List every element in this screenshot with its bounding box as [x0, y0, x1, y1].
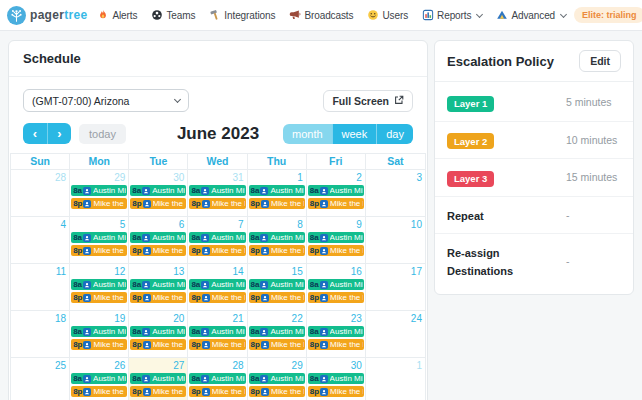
day-cell[interactable]: 25 — [11, 357, 70, 400]
next-month-button[interactable]: › — [47, 123, 71, 144]
day-cell[interactable]: 308aAustin Mil8pMike the M — [129, 169, 188, 216]
day-cell[interactable]: 268aAustin Mil8pMike the M — [70, 357, 129, 400]
schedule-event[interactable]: 8pMike the M — [130, 198, 186, 209]
schedule-event[interactable]: 8aAustin Mil — [71, 373, 127, 384]
today-button[interactable]: today — [79, 124, 126, 144]
day-cell[interactable]: 4 — [11, 216, 70, 263]
schedule-event[interactable]: 8aAustin Mil — [249, 326, 305, 337]
day-cell[interactable]: 98aAustin Mil8pMike the M — [307, 216, 366, 263]
day-cell[interactable]: 168aAustin Mil8pMike the M — [307, 263, 366, 310]
day-cell[interactable]: 158aAustin Mil8pMike the M — [248, 263, 307, 310]
schedule-event[interactable]: 8aAustin Mil — [249, 185, 305, 196]
schedule-event[interactable]: 8aAustin Mil — [308, 326, 364, 337]
day-cell[interactable]: 148aAustin Mil8pMike the M — [188, 263, 247, 310]
day-cell[interactable]: 228aAustin Mil8pMike the M — [248, 310, 307, 357]
day-cell[interactable]: 1 — [366, 357, 425, 400]
schedule-event[interactable]: 8pMike the M — [71, 245, 127, 256]
schedule-event[interactable]: 8pMike the M — [308, 245, 364, 256]
day-cell[interactable]: 88aAustin Mil8pMike the M — [248, 216, 307, 263]
day-cell[interactable]: 18 — [11, 310, 70, 357]
schedule-event[interactable]: 8aAustin Mil — [249, 232, 305, 243]
schedule-event[interactable]: 8pMike the M — [189, 292, 245, 303]
schedule-event[interactable]: 8pMike the M — [130, 292, 186, 303]
schedule-event[interactable]: 8pMike the M — [130, 339, 186, 350]
schedule-event[interactable]: 8pMike the M — [308, 339, 364, 350]
day-cell[interactable]: 68aAustin Mil8pMike the M — [129, 216, 188, 263]
schedule-event[interactable]: 8aAustin Mil — [308, 232, 364, 243]
schedule-event[interactable]: 8pMike the M — [249, 292, 305, 303]
day-cell[interactable]: 24 — [366, 310, 425, 357]
schedule-event[interactable]: 8pMike the M — [71, 386, 127, 397]
day-cell[interactable]: 28aAustin Mil8pMike the M — [307, 169, 366, 216]
nav-item-broadcasts[interactable]: Broadcasts — [289, 9, 353, 21]
schedule-event[interactable]: 8aAustin Mil — [189, 326, 245, 337]
timezone-select[interactable]: (GMT-07:00) Arizona — [23, 89, 189, 112]
schedule-event[interactable]: 8aAustin Mil — [308, 279, 364, 290]
day-cell[interactable]: 298aAustin Mil8pMike the M — [70, 169, 129, 216]
schedule-event[interactable]: 8pMike the M — [71, 292, 127, 303]
nav-item-reports[interactable]: Reports — [422, 9, 482, 21]
day-cell[interactable]: 198aAustin Mil8pMike the M — [70, 310, 129, 357]
nav-item-alerts[interactable]: Alerts — [97, 9, 137, 21]
nav-item-teams[interactable]: Teams — [151, 9, 195, 21]
schedule-event[interactable]: 8aAustin Mil — [130, 326, 186, 337]
schedule-event[interactable]: 8aAustin Mil — [130, 232, 186, 243]
nav-item-users[interactable]: Users — [367, 9, 408, 21]
full-screen-button[interactable]: Full Screen — [323, 90, 413, 112]
day-cell[interactable]: 138aAustin Mil8pMike the M — [129, 263, 188, 310]
day-cell[interactable]: 18aAustin Mil8pMike the M — [248, 169, 307, 216]
schedule-event[interactable]: 8pMike the M — [130, 245, 186, 256]
prev-month-button[interactable]: ‹ — [23, 123, 47, 144]
schedule-event[interactable]: 8aAustin Mil — [189, 373, 245, 384]
view-button-week[interactable]: week — [332, 124, 377, 144]
day-cell[interactable]: 11 — [11, 263, 70, 310]
schedule-event[interactable]: 8pMike the M — [249, 339, 305, 350]
schedule-event[interactable]: 8pMike the M — [189, 245, 245, 256]
schedule-event[interactable]: 8aAustin Mil — [71, 326, 127, 337]
day-cell[interactable]: 238aAustin Mil8pMike the M — [307, 310, 366, 357]
schedule-event[interactable]: 8aAustin Mil — [71, 232, 127, 243]
day-cell[interactable]: 208aAustin Mil8pMike the M — [129, 310, 188, 357]
schedule-event[interactable]: 8aAustin Mil — [189, 185, 245, 196]
day-cell[interactable]: 78aAustin Mil8pMike the M — [188, 216, 247, 263]
schedule-event[interactable]: 8aAustin Mil — [130, 373, 186, 384]
schedule-event[interactable]: 8aAustin Mil — [130, 279, 186, 290]
day-cell[interactable]: 10 — [366, 216, 425, 263]
schedule-event[interactable]: 8aAustin Mil — [249, 373, 305, 384]
schedule-event[interactable]: 8pMike the M — [130, 386, 186, 397]
schedule-event[interactable]: 8aAustin Mil — [249, 279, 305, 290]
day-cell[interactable]: 3 — [366, 169, 425, 216]
view-button-month[interactable]: month — [283, 124, 332, 144]
day-cell[interactable]: 17 — [366, 263, 425, 310]
day-cell[interactable]: 308aAustin Mil8pMike the M — [307, 357, 366, 400]
schedule-event[interactable]: 8pMike the M — [189, 339, 245, 350]
schedule-event[interactable]: 8pMike the M — [71, 198, 127, 209]
view-button-day[interactable]: day — [376, 124, 413, 144]
pagertree-brand[interactable]: pagertree — [7, 6, 87, 25]
schedule-event[interactable]: 8aAustin Mil — [71, 279, 127, 290]
schedule-event[interactable]: 8pMike the M — [308, 198, 364, 209]
schedule-event[interactable]: 8pMike the M — [189, 386, 245, 397]
schedule-event[interactable]: 8pMike the M — [189, 198, 245, 209]
day-cell[interactable]: 288aAustin Mil8pMike the M — [188, 357, 247, 400]
schedule-event[interactable]: 8aAustin Mil — [189, 279, 245, 290]
day-cell[interactable]: 318aAustin Mil8pMike the M — [188, 169, 247, 216]
day-cell[interactable]: 58aAustin Mil8pMike the M — [70, 216, 129, 263]
day-cell[interactable]: 298aAustin Mil8pMike the M — [248, 357, 307, 400]
day-cell[interactable]: 128aAustin Mil8pMike the M — [70, 263, 129, 310]
schedule-event[interactable]: 8pMike the M — [249, 198, 305, 209]
schedule-event[interactable]: 8pMike the M — [249, 245, 305, 256]
nav-item-integrations[interactable]: Integrations — [209, 9, 275, 21]
schedule-event[interactable]: 8aAustin Mil — [189, 232, 245, 243]
schedule-event[interactable]: 8pMike the M — [308, 292, 364, 303]
day-cell[interactable]: 278aAustin Mil8pMike the M — [129, 357, 188, 400]
day-cell[interactable]: 218aAustin Mil8pMike the M — [188, 310, 247, 357]
edit-button[interactable]: Edit — [579, 50, 621, 72]
nav-item-advanced[interactable]: Advanced — [496, 9, 566, 21]
schedule-event[interactable]: 8pMike the M — [308, 386, 364, 397]
schedule-event[interactable]: 8pMike the M — [71, 339, 127, 350]
schedule-event[interactable]: 8aAustin Mil — [130, 185, 186, 196]
schedule-event[interactable]: 8aAustin Mil — [308, 185, 364, 196]
schedule-event[interactable]: 8aAustin Mil — [71, 185, 127, 196]
schedule-event[interactable]: 8aAustin Mil — [308, 373, 364, 384]
